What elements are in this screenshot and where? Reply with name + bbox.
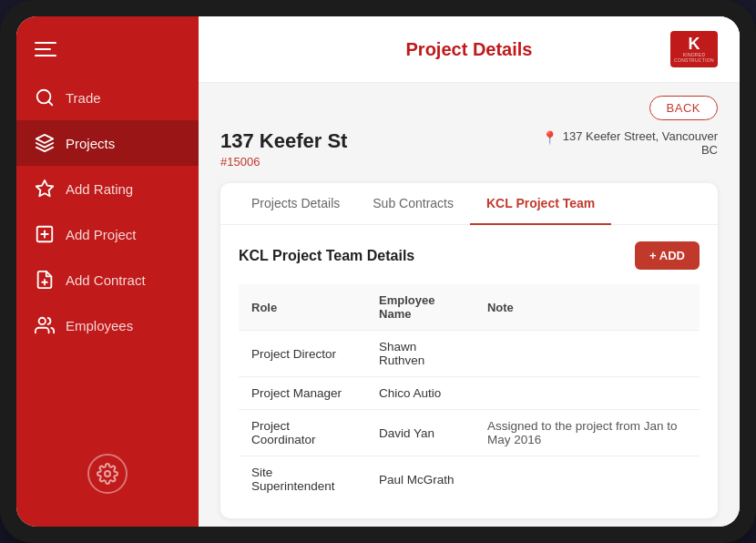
- section-header: KCL Project Team Details + ADD: [239, 241, 700, 270]
- sidebar-add-project-label: Add Project: [66, 227, 137, 242]
- settings-icon[interactable]: [87, 454, 128, 494]
- tab-kcl-project-team[interactable]: KCL Project Team: [470, 183, 611, 225]
- table-header-row: Role Employee Name Note: [239, 284, 700, 331]
- project-card: Projects Details Sub Contracts KCL Proje…: [220, 183, 718, 518]
- tabs-bar: Projects Details Sub Contracts KCL Proje…: [220, 183, 718, 225]
- tablet-screen: Trade Projects Add Rating: [16, 16, 740, 527]
- back-row: BACK: [220, 96, 718, 120]
- svg-line-1: [48, 101, 52, 105]
- cell-note: [475, 331, 700, 377]
- main-content: Project Details K KINDREDCONSTRUCTION BA…: [199, 16, 740, 527]
- sidebar-item-employees[interactable]: Employees: [16, 302, 199, 348]
- cell-role: Project Manager: [239, 377, 366, 410]
- cell-employee: Chico Autio: [366, 377, 475, 410]
- layers-icon: [35, 133, 55, 153]
- content-area: BACK 137 Keefer St #15006 📍 137 Keefer S…: [199, 83, 740, 527]
- hamburger-icon: [35, 42, 180, 56]
- col-employee: Employee Name: [366, 284, 475, 331]
- sidebar-trade-label: Trade: [66, 90, 101, 106]
- sidebar-bottom: [16, 439, 199, 508]
- svg-point-9: [39, 318, 46, 324]
- project-info: 137 Keefer St #15006: [220, 129, 347, 169]
- svg-marker-3: [36, 180, 53, 196]
- cell-role: Site Superintendent: [239, 456, 366, 503]
- table-row: Site Superintendent Paul McGrath: [239, 456, 700, 503]
- sidebar-item-add-contract[interactable]: Add Contract: [16, 257, 199, 302]
- sidebar-item-projects[interactable]: Projects: [16, 120, 199, 166]
- address-line2: BC: [563, 143, 718, 157]
- project-id: #15006: [220, 155, 347, 169]
- logo-area: K KINDREDCONSTRUCTION: [663, 29, 718, 69]
- sidebar: Trade Projects Add Rating: [16, 16, 199, 527]
- svg-marker-2: [36, 135, 53, 143]
- table-row: Project Director Shawn Ruthven: [239, 331, 700, 377]
- cell-employee: Shawn Ruthven: [366, 331, 475, 377]
- col-note: Note: [475, 284, 700, 331]
- tab-projects-details[interactable]: Projects Details: [235, 183, 356, 225]
- sidebar-add-contract-label: Add Contract: [66, 272, 146, 288]
- page-title: Project Details: [275, 39, 663, 60]
- sidebar-add-rating-label: Add Rating: [66, 181, 133, 197]
- cell-employee: Paul McGrath: [366, 456, 475, 503]
- section-title: KCL Project Team Details: [239, 248, 414, 264]
- tablet-frame: Trade Projects Add Rating: [0, 0, 756, 543]
- sidebar-item-trade[interactable]: Trade: [16, 75, 199, 120]
- star-icon: [35, 179, 55, 199]
- table-row: Project Coordinator David Yan Assigned t…: [239, 410, 700, 456]
- team-table: Role Employee Name Note Project Director…: [239, 284, 700, 502]
- cell-role: Project Coordinator: [239, 410, 366, 456]
- col-role: Role: [239, 284, 366, 331]
- tab-sub-contracts[interactable]: Sub Contracts: [356, 183, 470, 225]
- logo-subtitle: KINDREDCONSTRUCTION: [674, 52, 714, 63]
- top-bar: Project Details K KINDREDCONSTRUCTION: [199, 16, 740, 83]
- add-team-member-button[interactable]: + ADD: [635, 241, 700, 270]
- cell-note: Assigned to the project from Jan to May …: [475, 410, 700, 456]
- project-address: 📍 137 Keefer Street, Vancouver BC: [542, 129, 718, 157]
- address-line1: 137 Keefer Street, Vancouver: [563, 129, 718, 143]
- logo-letter: K: [689, 36, 700, 52]
- address-text: 137 Keefer Street, Vancouver BC: [563, 129, 718, 157]
- table-row: Project Manager Chico Autio: [239, 377, 700, 410]
- file-plus-icon: [35, 270, 55, 290]
- sidebar-item-add-project[interactable]: Add Project: [16, 211, 199, 257]
- cell-employee: David Yan: [366, 410, 475, 456]
- users-icon: [35, 315, 55, 335]
- brand-logo: K KINDREDCONSTRUCTION: [670, 31, 718, 67]
- hamburger-menu[interactable]: [16, 35, 199, 75]
- svg-point-10: [105, 471, 110, 476]
- card-body: KCL Project Team Details + ADD Role Empl…: [220, 225, 718, 518]
- project-header: 137 Keefer St #15006 📍 137 Keefer Street…: [220, 129, 718, 169]
- search-icon: [35, 87, 55, 108]
- back-button[interactable]: BACK: [649, 96, 718, 120]
- plus-square-icon: [35, 224, 55, 244]
- table-header: Role Employee Name Note: [239, 284, 700, 331]
- cell-role: Project Director: [239, 331, 366, 377]
- cell-note: [475, 456, 700, 503]
- sidebar-item-add-rating[interactable]: Add Rating: [16, 166, 199, 211]
- location-icon: 📍: [542, 130, 557, 145]
- project-title: 137 Keefer St: [220, 129, 347, 153]
- table-body: Project Director Shawn Ruthven Project M…: [239, 331, 700, 503]
- sidebar-employees-label: Employees: [66, 318, 133, 333]
- sidebar-projects-label: Projects: [66, 136, 115, 151]
- cell-note: [475, 377, 700, 410]
